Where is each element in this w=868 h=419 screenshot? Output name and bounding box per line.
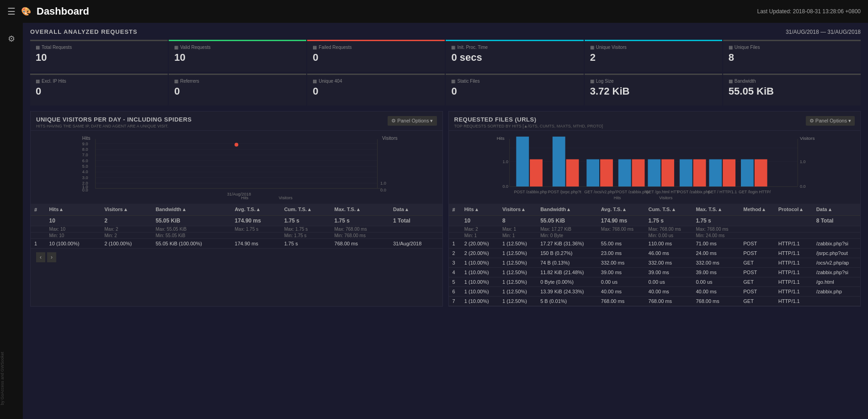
visitors-col-cumts[interactable]: Cum. T.S. ▴ (281, 204, 331, 216)
panels-row: UNIQUE VISITORS PER DAY - INCLUDING SPID… (30, 111, 861, 307)
hamburger-icon[interactable]: ☰ (7, 6, 16, 17)
visitors-col-[interactable]: # (31, 204, 46, 216)
last-updated: Last Updated: 2018-08-31 13:28:06 +0800 (757, 8, 861, 15)
files-chart-area: Hits Visitors 1.0 0.0 1.0 0.0 (449, 131, 861, 204)
files-data-row[interactable]: 71 (10.00%)1 (12.50%)5 B (0.01%)768.00 m… (449, 297, 861, 306)
overall-header: OVERALL ANALYZED REQUESTS 31/AUG/2018 — … (30, 28, 861, 35)
stat-card-referrers: ▦ Referrers0 (169, 74, 306, 106)
sidebar: ⚙ by GoAccess and GWSooket (0, 23, 23, 419)
svg-rect-41 (530, 159, 543, 187)
stat-card-unique-files: ▦ Unique Files8 (723, 40, 861, 72)
stats-row-2: ▦ Excl. IP Hits0▦ Referrers0▦ Unique 404… (30, 74, 861, 106)
svg-text:1.0: 1.0 (502, 159, 508, 164)
svg-text:9.0: 9.0 (82, 142, 88, 146)
files-panel-subtitle: TOP REQUESTS SORTED BY HITS [▲/GTS, CUMT… (454, 124, 603, 128)
settings-icon[interactable]: ⚙ (4, 30, 19, 48)
svg-text:0.0: 0.0 (800, 184, 805, 189)
files-panel-header: REQUESTED FILES (URLS) TOP REQUESTS SORT… (449, 111, 861, 131)
files-data-row[interactable]: 61 (10.00%)1 (12.50%)13.39 KiB (24.33%)4… (449, 287, 861, 297)
svg-text:POST /zabbix.php: POST /zabbix.php (514, 190, 547, 194)
files-col-data[interactable]: Data ▴ (813, 204, 860, 216)
files-data-row[interactable]: 31 (10.00%)1 (12.50%)74 B (0.13%)332.00 … (449, 258, 861, 268)
files-data-row[interactable]: 22 (20.00%)1 (12.50%)150 B (0.27%)23.00 … (449, 249, 861, 258)
svg-text:1.0: 1.0 (380, 181, 386, 186)
files-col-avgts[interactable]: Avg. T.S. ▴ (597, 204, 645, 216)
top-navigation: ☰ 🎨 Dashboard Last Updated: 2018-08-31 1… (0, 0, 868, 23)
next-page-btn[interactable]: › (47, 252, 56, 262)
svg-text:7.0: 7.0 (82, 153, 88, 157)
files-col-maxts[interactable]: Max. T.S. ▴ (692, 204, 740, 216)
svg-rect-44 (586, 159, 599, 187)
svg-rect-50 (679, 159, 692, 187)
files-col-visitors[interactable]: Visitors ▴ (499, 204, 537, 216)
files-sub-row-1: Min: 1Min: 1Min: 0 ByteMin: 0.00 usMin: … (449, 233, 861, 239)
visitors-chart: Hits Visitors 9.0 8.0 (36, 134, 437, 200)
files-col-hits[interactable]: Hits ▴ (461, 204, 499, 216)
svg-rect-47 (632, 159, 644, 187)
visitors-data-row[interactable]: 110 (100.00%)2 (100.00%)55.05 KiB (100.0… (31, 239, 442, 249)
svg-rect-42 (552, 137, 565, 186)
files-summary-row: 10855.05 KiB174.90 ms1.75 s1.75 s8 Total (449, 216, 861, 226)
visitors-table-container: #Hits ▴Visitors ▴Bandwidth ▴Avg. T.S. ▴C… (31, 204, 442, 249)
files-data-row[interactable]: 51 (10.00%)1 (12.50%)0 Byte (0.00%)0.00 … (449, 277, 861, 287)
visitors-panel-title: UNIQUE VISITORS PER DAY - INCLUDING SPID… (36, 116, 192, 123)
visitors-col-visitors[interactable]: Visitors ▴ (101, 204, 152, 216)
svg-text:8.0: 8.0 (82, 147, 88, 152)
files-data-row[interactable]: 12 (20.00%)1 (12.50%)17.27 KiB (31.36%)5… (449, 239, 861, 249)
svg-text:GET / HTTP/1.1: GET / HTTP/1.1 (708, 190, 737, 194)
visitors-col-data[interactable]: Data ▴ (389, 204, 442, 216)
svg-rect-48 (648, 159, 660, 187)
svg-text:4.0: 4.0 (82, 170, 88, 174)
svg-text:Hits: Hits (613, 196, 621, 200)
files-table-header: #Hits ▴Visitors ▴Bandwidth ▴Avg. T.S. ▴C… (449, 204, 861, 216)
prev-page-btn[interactable]: ‹ (36, 252, 45, 262)
visitors-summary-row: 10255.05 KiB174.90 ms1.75 s1.75 s1 Total (31, 216, 442, 226)
svg-rect-51 (693, 159, 706, 187)
overall-title: OVERALL ANALYZED REQUESTS (30, 28, 138, 35)
svg-text:5.0: 5.0 (82, 164, 88, 169)
visitors-col-maxts[interactable]: Max. T.S. ▴ (331, 204, 389, 216)
visitors-panel: UNIQUE VISITORS PER DAY - INCLUDING SPID… (30, 111, 443, 307)
visitors-col-hits[interactable]: Hits ▴ (46, 204, 101, 216)
watermark: by GoAccess and GWSooket (0, 352, 23, 405)
visitors-col-avgts[interactable]: Avg. T.S. ▴ (231, 204, 281, 216)
svg-text:Hits: Hits (82, 136, 91, 141)
svg-rect-52 (709, 159, 722, 187)
files-col-[interactable]: # (449, 204, 461, 216)
visitors-pagination[interactable]: ‹ › (31, 249, 442, 266)
files-col-protocol[interactable]: Protocol ▴ (775, 204, 813, 216)
files-data-row[interactable]: 41 (10.00%)1 (12.50%)11.82 KiB (21.48%)3… (449, 268, 861, 277)
files-col-bandwidth[interactable]: Bandwidth ▴ (537, 204, 597, 216)
svg-text:Visitors: Visitors (279, 196, 293, 200)
visitors-chart-area: Hits Visitors 9.0 8.0 (31, 131, 442, 204)
files-panel-options[interactable]: ⚙ Panel Options ▾ (806, 116, 855, 126)
svg-rect-45 (600, 159, 613, 187)
date-range: 31/AUG/2018 — 31/AUG/2018 (786, 29, 861, 35)
files-col-method[interactable]: Method ▴ (740, 204, 774, 216)
visitors-col-bandwidth[interactable]: Bandwidth ▴ (152, 204, 231, 216)
stat-card-total-requests: ▦ Total Requests10 (30, 40, 168, 72)
svg-rect-46 (618, 159, 631, 187)
files-panel: REQUESTED FILES (URLS) TOP REQUESTS SORT… (448, 111, 861, 307)
svg-rect-55 (754, 159, 767, 187)
stat-card-valid-requests: ▦ Valid Requests10 (169, 40, 306, 72)
files-col-cumts[interactable]: Cum. T.S. ▴ (645, 204, 692, 216)
files-table-container: #Hits ▴Visitors ▴Bandwidth ▴Avg. T.S. ▴C… (449, 204, 861, 306)
svg-rect-54 (740, 159, 753, 187)
visitors-panel-options[interactable]: ⚙ Panel Options ▾ (388, 116, 437, 126)
svg-rect-43 (566, 159, 579, 187)
svg-text:0.0: 0.0 (502, 184, 508, 189)
svg-text:3.0: 3.0 (82, 175, 88, 180)
visitors-panel-subtitle: HITS HAVING THE SAME IP, DATE AND AGENT … (36, 124, 192, 128)
svg-text:GET /go.html HTT: GET /go.html HTT (645, 190, 679, 194)
stat-card-unique-visitors: ▦ Unique Visitors2 (585, 40, 722, 72)
svg-rect-40 (516, 137, 529, 186)
svg-text:Hits: Hits (241, 196, 249, 200)
visitors-table-header: #Hits ▴Visitors ▴Bandwidth ▴Avg. T.S. ▴C… (31, 204, 442, 216)
svg-text:POST /zabbix.php: POST /zabbix.php (677, 190, 710, 194)
svg-rect-53 (723, 159, 735, 187)
svg-text:1.0: 1.0 (800, 159, 805, 164)
svg-text:POST /zabbix.php: POST /zabbix.php (616, 190, 649, 194)
visitors-sub-row-0: Max: 10Max: 2Max: 55.05 KiBMax: 1.75 sMa… (31, 226, 442, 233)
visitors-panel-header: UNIQUE VISITORS PER DAY - INCLUDING SPID… (31, 111, 442, 131)
